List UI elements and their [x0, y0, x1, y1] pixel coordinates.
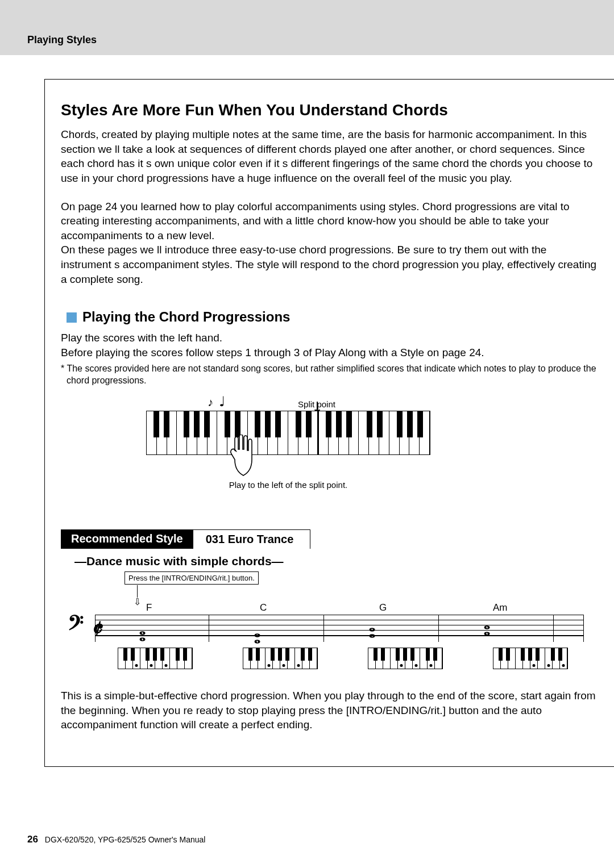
page-number: 26: [27, 834, 38, 845]
recommended-subtitle: —Dance music with simple chords—: [74, 554, 598, 568]
chord-label-am: Am: [493, 602, 508, 614]
intro-para-2: On page 24 you learned how to play color…: [61, 199, 598, 243]
recommended-style-row: Recommended Style 031 Euro Trance: [61, 529, 374, 549]
footer-manual: DGX-620/520, YPG-625/525 Owner's Manual: [45, 835, 206, 844]
subtitle: Playing the Chord Progressions: [67, 309, 598, 325]
sub-para-2: Before playing the scores follow steps 1…: [61, 345, 598, 360]
fine-print: * The scores provided here are not stand…: [61, 362, 598, 387]
chord-label-c: C: [260, 602, 267, 614]
page-title: Styles Are More Fun When You Understand …: [61, 101, 598, 119]
mini-keyboards-row: [118, 648, 598, 669]
intro-ending-callout: Press the [INTRO/ENDING/rit.] button.: [125, 571, 259, 585]
subtitle-text: Playing the Chord Progressions: [82, 309, 290, 324]
intro-para-3: On these pages we ll introduce three eas…: [61, 243, 598, 286]
bullet-icon: [67, 312, 77, 323]
hand-icon: [228, 435, 254, 482]
bass-clef-icon: 𝄢: [68, 611, 84, 640]
keyboard-caption: Play to the left of the split point.: [146, 480, 430, 490]
staff: 𝄢 𝄵 𝅝𝅝 𝅝𝅝 𝅝𝅝 𝅝𝅝: [95, 615, 584, 642]
footer: 26 DGX-620/520, YPG-625/525 Owner's Manu…: [27, 834, 205, 845]
note-icon-eighth: ♪: [208, 396, 213, 409]
closing-paragraph: This is a simple-but-effective chord pro…: [61, 688, 598, 732]
section-label: Playing Styles: [27, 34, 614, 46]
mini-keyboard-am: [493, 648, 568, 669]
sub-para-1: Play the scores with the left hand.: [61, 331, 598, 345]
recommended-label: Recommended Style: [61, 529, 193, 549]
recommended-value: 031 Euro Trance: [193, 529, 306, 549]
chord-label-f: F: [146, 602, 152, 614]
keyboard-diagram: Split point ♪ ♩ Play to: [146, 411, 430, 490]
intro-arrow-line: [137, 585, 138, 598]
intro-para-1: Chords, created by playing multiple note…: [61, 127, 598, 186]
content-box: Styles Are More Fun When You Understand …: [44, 79, 614, 767]
chord-names: F C G Am: [140, 602, 598, 615]
score-diagram: Press the [INTRO/ENDING/rit.] button. ⇩ …: [61, 602, 598, 669]
note-icon-quarter: ♩: [219, 394, 225, 410]
keyboard-graphic: [146, 411, 430, 455]
mini-keyboard-f: [118, 648, 193, 669]
mini-keyboard-c: [243, 648, 318, 669]
chord-label-g: G: [379, 602, 387, 614]
mini-keyboard-g: [368, 648, 443, 669]
header-band: Playing Styles: [0, 0, 614, 55]
split-line: [317, 411, 319, 454]
recommended-end-rule: [306, 529, 310, 549]
